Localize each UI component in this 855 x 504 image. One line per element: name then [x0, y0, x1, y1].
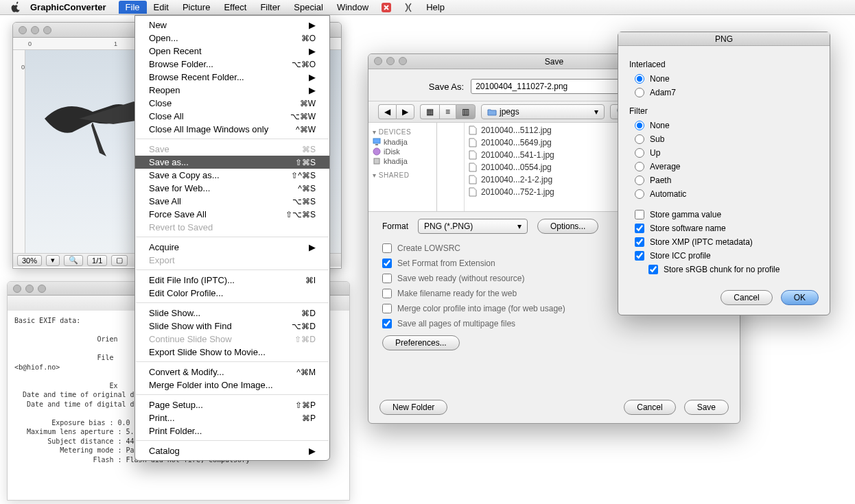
menu-edit[interactable]: Edit	[147, 1, 176, 14]
checkbox[interactable]	[382, 259, 392, 268]
menu-item[interactable]: Close All⌥⌘W	[135, 110, 329, 123]
png-option[interactable]: Store gamma value	[629, 208, 819, 221]
menu-item[interactable]: Open...⌘O	[135, 32, 329, 45]
minimize-window-button[interactable]	[31, 26, 39, 34]
menu-item[interactable]: Slide Show...⌘D	[135, 307, 329, 320]
png-cancel-button[interactable]: Cancel	[721, 290, 772, 305]
view-list-button[interactable]: ≡	[439, 104, 456, 119]
radio[interactable]	[635, 148, 644, 158]
back-button[interactable]: ◀	[378, 104, 396, 119]
filter-option[interactable]: Automatic	[629, 187, 819, 201]
checkbox[interactable]	[635, 251, 644, 261]
menu-item[interactable]: Export Slide Show to Movie...	[135, 346, 329, 359]
menu-filter[interactable]: Filter	[253, 1, 287, 14]
save-dialog-min[interactable]	[386, 57, 395, 65]
sidebar-device[interactable]: khadija	[373, 156, 432, 166]
new-folder-button[interactable]: New Folder	[379, 400, 447, 415]
checkbox[interactable]	[382, 289, 392, 298]
save-dialog-close[interactable]	[374, 57, 382, 65]
menu-item[interactable]: Browse Folder...⌥⌘O	[135, 58, 329, 71]
sidebar-device[interactable]: khadija	[373, 137, 432, 147]
browser-column[interactable]	[437, 123, 465, 211]
checkbox[interactable]	[635, 224, 644, 233]
radio[interactable]	[635, 189, 644, 199]
zoom-in-button[interactable]: 🔍	[64, 255, 83, 266]
view-icon-button[interactable]: ▦	[420, 104, 439, 119]
interlaced-option[interactable]: Adam7	[629, 86, 819, 99]
menu-item[interactable]: Edit File Info (IPTC)...⌘I	[135, 274, 329, 287]
preferences-button[interactable]: Preferences...	[382, 335, 460, 350]
save-confirm-button[interactable]: Save	[684, 400, 729, 415]
menu-item[interactable]: Catalog▶	[135, 444, 329, 457]
radio[interactable]	[635, 162, 644, 171]
checkbox[interactable]	[635, 210, 644, 219]
menu-item[interactable]: New▶	[135, 19, 329, 32]
radio[interactable]	[635, 134, 644, 144]
png-option[interactable]: Store ICC profile	[629, 249, 819, 263]
checkbox[interactable]	[382, 319, 392, 328]
menu-item[interactable]: Merge Folder into One Image...	[135, 379, 329, 392]
close-window-button[interactable]	[19, 26, 27, 34]
menu-item[interactable]: Reopen▶	[135, 84, 329, 97]
info-close-button[interactable]	[13, 285, 21, 293]
menu-item[interactable]: Slide Show with Find⌥⌘D	[135, 320, 329, 333]
menubar-extra-icon-1[interactable]	[381, 2, 392, 13]
menu-item[interactable]: Save All⌥⌘S	[135, 195, 329, 208]
script-menu-icon[interactable]	[403, 2, 414, 13]
png-option[interactable]: Store XMP (IPTC metadata)	[629, 235, 819, 249]
menu-picture[interactable]: Picture	[176, 1, 217, 14]
save-dialog-zoom[interactable]	[399, 57, 407, 65]
checkbox[interactable]	[382, 274, 392, 283]
filter-option[interactable]: None	[629, 119, 819, 132]
radio[interactable]	[635, 88, 644, 97]
checkbox[interactable]	[382, 243, 392, 253]
save-cancel-button[interactable]: Cancel	[624, 400, 675, 415]
menu-file[interactable]: File	[119, 1, 147, 14]
view-mode-button[interactable]: ▢	[111, 255, 128, 266]
checkbox[interactable]	[648, 265, 658, 274]
menu-item[interactable]: Browse Recent Folder...▶	[135, 71, 329, 84]
sidebar-device[interactable]: iDisk	[373, 147, 432, 156]
menu-item[interactable]: Save as...⇧⌘S	[135, 156, 329, 169]
png-option[interactable]: Store software name	[629, 221, 819, 235]
interlaced-option[interactable]: None	[629, 72, 819, 86]
menu-window[interactable]: Window	[330, 1, 375, 14]
filter-option[interactable]: Average	[629, 160, 819, 173]
radio[interactable]	[635, 74, 644, 84]
menu-item[interactable]: Convert & Modify...^⌘M	[135, 365, 329, 379]
zoom-window-button[interactable]	[43, 26, 51, 34]
save-option[interactable]: Save all pages of multipage files	[382, 316, 726, 331]
folder-dropdown[interactable]: jpegs ▾	[481, 104, 605, 119]
menu-item[interactable]: Force Save All⇧⌥⌘S	[135, 208, 329, 221]
filter-option[interactable]: Paeth	[629, 173, 819, 187]
menu-item[interactable]: Print...⌘P	[135, 411, 329, 424]
menu-item[interactable]: Page Setup...⇧⌘P	[135, 398, 329, 411]
menu-item[interactable]: Print Folder...	[135, 424, 329, 437]
options-button[interactable]: Options...	[537, 219, 598, 234]
menu-item[interactable]: Edit Color Profile...	[135, 287, 329, 300]
forward-button[interactable]: ▶	[396, 104, 414, 119]
menu-help[interactable]: Help	[419, 1, 452, 14]
info-zoom-button[interactable]	[38, 285, 46, 293]
view-column-button[interactable]: ▥	[456, 104, 476, 119]
png-ok-button[interactable]: OK	[781, 290, 819, 305]
menu-item[interactable]: Close⌘W	[135, 97, 329, 110]
checkbox[interactable]	[382, 304, 392, 313]
png-option[interactable]: Store sRGB chunk for no profile	[629, 263, 819, 276]
checkbox[interactable]	[635, 237, 644, 247]
menu-special[interactable]: Special	[287, 1, 330, 14]
radio[interactable]	[635, 121, 644, 130]
menu-item[interactable]: Open Recent▶	[135, 45, 329, 58]
filter-option[interactable]: Sub	[629, 132, 819, 146]
menu-effect[interactable]: Effect	[217, 1, 253, 14]
menu-item[interactable]: Acquire▶	[135, 241, 329, 254]
filter-option[interactable]: Up	[629, 146, 819, 160]
radio[interactable]	[635, 176, 644, 185]
zoom-out-button[interactable]: ▾	[46, 255, 60, 266]
info-minimize-button[interactable]	[25, 285, 34, 293]
zoom-dropdown[interactable]: 30%	[17, 255, 42, 266]
menu-item[interactable]: Save for Web...^⌘S	[135, 182, 329, 195]
menu-item[interactable]: Close All Image Windows only^⌘W	[135, 123, 329, 136]
format-dropdown[interactable]: PNG (*.PNG)▾	[418, 219, 528, 234]
menu-item[interactable]: Save a Copy as...⇧^⌘S	[135, 169, 329, 182]
